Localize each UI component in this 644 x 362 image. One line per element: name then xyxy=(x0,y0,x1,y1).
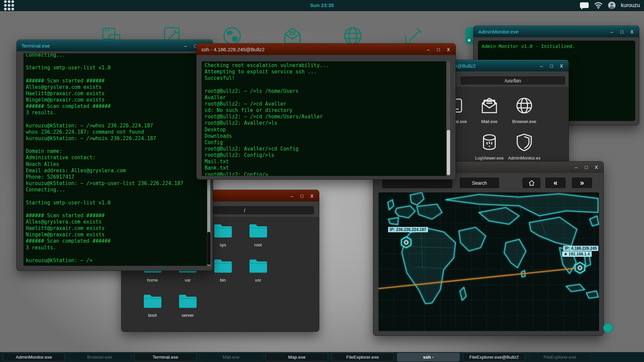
dock-icon[interactable] xyxy=(222,26,242,46)
close-button[interactable]: X xyxy=(446,47,451,52)
folder-icon xyxy=(143,293,162,310)
scrollbar-thumb[interactable] xyxy=(447,130,450,175)
ssh-line: root@Bullz2: ~ />cd Avaller xyxy=(205,101,446,107)
taskbar-item[interactable]: AdminMonitor.exe xyxy=(3,353,65,361)
dock-icon[interactable] xyxy=(282,26,303,46)
terminal-line: Connecting... xyxy=(26,187,207,193)
terminal-line: Alles@gryslera.com exists xyxy=(26,84,207,90)
folder-item[interactable]: boot xyxy=(135,293,170,328)
ssh-line: Downloads xyxy=(205,133,446,139)
taskbar-item[interactable]: FileExplorer.exe xyxy=(331,353,394,361)
minimize-button[interactable]: – xyxy=(289,193,294,199)
minimize-button[interactable]: – xyxy=(183,43,188,49)
maximize-button[interactable]: □ xyxy=(549,63,554,69)
taskbar-item[interactable]: ssh - xyxy=(397,353,460,361)
terminal-title-bar[interactable]: Terminal.exe – □ X xyxy=(17,40,213,51)
world-map[interactable]: IP: 236.226.224.187 IP: 4.186.226.245 ★ … xyxy=(378,192,599,331)
terminal-line: Starting smtp-user-list v1.0 xyxy=(26,200,207,206)
maximize-button[interactable]: □ xyxy=(584,165,589,170)
lan-label-marker2[interactable]: ★ 192.168.1.4 xyxy=(562,251,592,257)
terminal-line xyxy=(26,142,207,148)
chat-icon[interactable] xyxy=(580,2,589,8)
terminal-line: whos 236.226.224.187: command not found xyxy=(26,129,207,135)
taskbar-item[interactable]: FileExplorer.exe@Bullz2 xyxy=(463,353,525,361)
folder-icon xyxy=(178,293,197,310)
map-marker-2 xyxy=(575,262,585,273)
ssh-line: root@Bullz2: ~ />cd /home/Users/Avaller xyxy=(205,114,446,120)
folder-icon xyxy=(249,223,268,240)
terminal-line: Starting smtp-user-list v1.0 xyxy=(26,65,207,71)
map-locate-button[interactable] xyxy=(603,323,613,333)
ip-label-marker2[interactable]: IP: 4.186.226.245 xyxy=(563,246,598,251)
taskbar-item[interactable]: Mail.exe xyxy=(200,353,262,361)
folder-item[interactable]: usr xyxy=(240,258,276,293)
close-button[interactable]: X xyxy=(594,165,599,170)
minimize-button[interactable]: – xyxy=(574,165,579,170)
maximize-button[interactable]: □ xyxy=(300,193,304,199)
terminal-line: Connecting... xyxy=(26,53,207,58)
close-button[interactable]: X xyxy=(310,193,314,199)
ssh-line: root@Bullz2: Avaller/>cd Config xyxy=(205,146,446,152)
ssh-line: Checking root escalation vulnerability..… xyxy=(205,62,446,69)
terminal-line: Ningelm@praxair.com exists xyxy=(26,97,207,103)
ssh-output[interactable]: Checking root escalation vulnerability..… xyxy=(202,61,446,176)
folder-item[interactable]: root xyxy=(240,223,276,258)
terminal-line: Haelitt@praxair.com exists xyxy=(26,225,207,232)
folder-item[interactable]: server xyxy=(170,293,205,328)
back-button[interactable]: « xyxy=(545,178,566,188)
file-label: Mail.exe xyxy=(481,119,497,124)
ssh-scrollbar[interactable] xyxy=(447,61,450,176)
window-title: AdminMonitor.exe xyxy=(478,29,519,35)
terminal-output[interactable]: Connecting...Starting smtp-user-list v1.… xyxy=(23,53,207,266)
folder-icon xyxy=(249,258,268,275)
scrollbar-thumb[interactable] xyxy=(207,232,210,265)
ssh-line: Mail.txt xyxy=(205,159,446,165)
home-button[interactable] xyxy=(523,178,540,188)
maximize-button[interactable]: □ xyxy=(620,29,624,35)
window-map: Map.exe – □ X Search « » xyxy=(373,161,604,336)
home-icon xyxy=(528,180,535,186)
admin-title-bar[interactable]: AdminMonitor.exe – □ X xyxy=(474,26,639,37)
forward-button[interactable]: » xyxy=(572,178,592,188)
window-title: Terminal.exe xyxy=(21,43,50,49)
minimize-button[interactable]: – xyxy=(539,63,544,69)
user-avatar[interactable] xyxy=(608,2,615,9)
terminal-line: Email address: Alles@gryslera.com xyxy=(26,168,207,174)
terminal-line xyxy=(26,251,207,257)
ip-label-marker1[interactable]: IP: 236.226.224.187 xyxy=(388,227,428,232)
folder-label: root xyxy=(254,242,262,247)
ssh-line xyxy=(205,81,446,88)
minimize-button[interactable]: – xyxy=(426,47,431,52)
terminal-line: 3 results. xyxy=(26,110,207,116)
file-icon xyxy=(480,96,499,116)
folder-label: boot xyxy=(148,313,157,318)
folder-icon xyxy=(214,258,232,275)
terminal-line xyxy=(26,193,207,199)
folder-label: sys xyxy=(220,242,226,247)
terminal-line xyxy=(26,116,207,123)
path-bar[interactable]: /usr/bin xyxy=(461,76,565,84)
close-button[interactable]: X xyxy=(559,63,564,69)
taskbar-item[interactable]: Browser.exe xyxy=(68,353,131,361)
taskbar-item[interactable]: Terminal.exe xyxy=(134,353,197,361)
file-item[interactable]: Mail.exe xyxy=(472,96,507,133)
dock-icon[interactable] xyxy=(403,26,423,46)
close-button[interactable]: X xyxy=(630,29,634,35)
dock-icon[interactable] xyxy=(343,26,363,46)
wifi-icon[interactable] xyxy=(594,2,603,9)
terminal-line: Ningelm@praxair.com exists xyxy=(26,232,207,238)
minimize-button[interactable]: – xyxy=(609,29,614,35)
terminal-line xyxy=(26,71,207,77)
maximize-button[interactable]: □ xyxy=(436,47,441,52)
terminal-line: ###### Scan completed ###### xyxy=(26,238,207,244)
map-graphic xyxy=(378,192,599,331)
taskbar-item[interactable]: Map.exe xyxy=(266,353,328,361)
terminal-line xyxy=(26,206,207,213)
folder-icon xyxy=(214,223,232,240)
search-button[interactable]: Search xyxy=(460,178,499,188)
file-icon xyxy=(480,133,499,153)
file-item[interactable]: Browser.exe xyxy=(507,96,542,133)
terminal-line xyxy=(26,58,207,65)
taskbar-item[interactable]: FileExplorer.exe xyxy=(529,353,591,361)
ssh-title-bar[interactable]: ssh - 4.186.226.245@Bullz2 – □ X xyxy=(197,44,455,55)
